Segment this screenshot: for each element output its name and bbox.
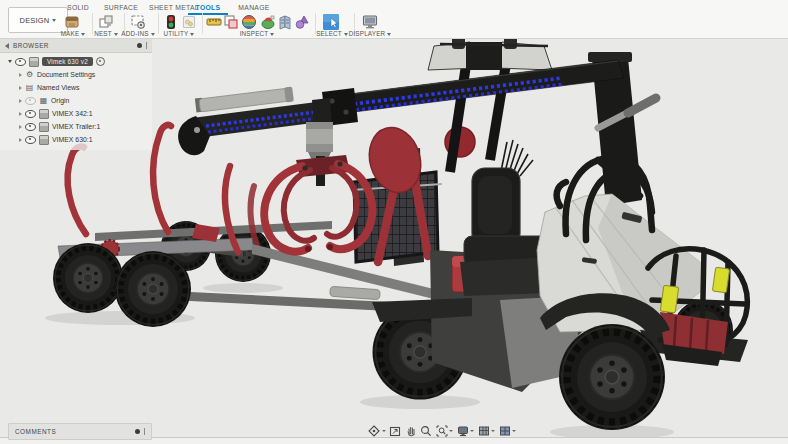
tree-item-vimex-630[interactable]: VIMEX 630:1	[0, 133, 152, 146]
grid-and-snaps-icon[interactable]	[478, 425, 496, 437]
tab-manage[interactable]: MANAGE	[230, 2, 278, 13]
activate-component-icon[interactable]	[96, 57, 105, 66]
panel-grip-icon[interactable]	[146, 42, 148, 49]
comments-panel[interactable]: COMMENTS	[8, 423, 152, 440]
comments-label: COMMENTS	[15, 428, 56, 435]
expand-caret-icon[interactable]	[19, 99, 22, 103]
collapse-panel-icon[interactable]	[5, 43, 9, 49]
crane-mast[interactable]	[428, 34, 552, 172]
pan-icon[interactable]	[405, 425, 417, 437]
group-add-ins[interactable]: ADD-INS	[118, 30, 158, 38]
dropdown-caret-icon	[52, 19, 56, 22]
validate-icon[interactable]	[294, 14, 310, 30]
browser-header[interactable]: BROWSER	[0, 39, 152, 53]
dropdown-caret-icon	[470, 430, 474, 432]
trailer-wheel-near-2[interactable]	[115, 251, 191, 327]
origin-icon: ▦	[39, 97, 48, 105]
group-inspect[interactable]: INSPECT	[228, 30, 286, 38]
expand-caret-icon[interactable]	[19, 86, 22, 90]
dropdown-caret-icon	[382, 430, 386, 432]
display-settings-icon[interactable]	[457, 425, 475, 437]
headlight-right[interactable]	[712, 267, 729, 293]
dropdown-caret-icon	[190, 33, 194, 36]
named-views-icon: ▤	[25, 84, 34, 92]
group-displayer[interactable]: DISPLAYER	[344, 30, 396, 38]
tree-root-row[interactable]: Vimek 630 v2	[0, 55, 152, 68]
component-color-icon[interactable]	[278, 14, 294, 30]
tab-solid[interactable]: SOLID	[58, 2, 98, 13]
nest-icon[interactable]	[98, 14, 114, 30]
dropdown-caret-icon	[512, 430, 516, 432]
select-icon[interactable]	[322, 13, 340, 31]
tree-item-document-settings[interactable]: ⚙ Document Settings	[0, 68, 152, 81]
interference-icon[interactable]	[223, 14, 239, 30]
expand-caret-icon[interactable]	[19, 138, 22, 142]
visibility-eye-icon[interactable]	[25, 110, 36, 118]
dropdown-caret-icon	[151, 33, 155, 36]
expand-caret-icon[interactable]	[8, 60, 12, 63]
utility-secondary-icon[interactable]	[181, 14, 197, 30]
tree-item-origin[interactable]: ▦ Origin	[0, 94, 152, 107]
expand-caret-icon[interactable]	[19, 73, 22, 77]
expand-caret-icon[interactable]	[19, 125, 22, 129]
gear-icon: ⚙	[25, 71, 34, 79]
orbit-icon[interactable]	[368, 425, 386, 437]
look-at-icon[interactable]	[389, 425, 401, 437]
dropdown-caret-icon	[387, 33, 391, 36]
root-component-name[interactable]: Vimek 630 v2	[42, 57, 93, 66]
utility-traffic-light-icon[interactable]	[163, 14, 179, 30]
visibility-eye-icon[interactable]	[25, 136, 36, 144]
component-icon	[29, 57, 39, 67]
crane-base-section[interactable]	[352, 34, 552, 266]
visibility-eye-icon[interactable]	[25, 97, 36, 105]
tree-item-vimex-trailer[interactable]: VIMEX Trailer:1	[0, 120, 152, 133]
workspace-label: DESIGN	[20, 16, 50, 25]
component-icon	[39, 109, 49, 119]
displayer-monitor-icon[interactable]	[362, 14, 378, 30]
trailer-wheel-near-1[interactable]	[53, 243, 123, 313]
tractor-front-wheel[interactable]	[559, 324, 665, 430]
dropdown-caret-icon	[449, 430, 453, 432]
zoom-icon[interactable]	[420, 425, 432, 437]
make-3d-print-icon[interactable]	[64, 14, 80, 30]
view-navigation-bar	[368, 423, 516, 439]
group-make[interactable]: MAKE	[54, 30, 92, 38]
add-ins-icon[interactable]	[130, 14, 146, 30]
dropdown-caret-icon	[270, 33, 274, 36]
tree-item-named-views[interactable]: ▤ Named Views	[0, 81, 152, 94]
visibility-eye-icon[interactable]	[25, 123, 36, 131]
panel-dot-icon[interactable]	[137, 43, 142, 48]
top-toolbar: DESIGN SOLID SURFACE SHEET METAL TOOLS M…	[0, 0, 788, 39]
browser-title: BROWSER	[13, 42, 49, 49]
dropdown-caret-icon	[81, 33, 85, 36]
comments-dot-icon[interactable]	[135, 429, 140, 434]
group-utility[interactable]: UTILITY	[158, 30, 200, 38]
headlight-left[interactable]	[660, 285, 678, 313]
visibility-eye-icon[interactable]	[15, 58, 26, 66]
expand-caret-icon[interactable]	[19, 112, 22, 116]
curvature-analysis-icon[interactable]	[260, 14, 276, 30]
steering-cylinder[interactable]	[330, 286, 381, 299]
comments-grip-icon	[144, 428, 146, 435]
component-icon	[39, 122, 49, 132]
fit-icon[interactable]	[436, 425, 454, 437]
component-icon	[39, 135, 49, 145]
dropdown-caret-icon	[491, 430, 495, 432]
tree-item-vimex-342[interactable]: VIMEX 342:1	[0, 107, 152, 120]
section-analysis-icon[interactable]	[241, 14, 257, 30]
tab-surface[interactable]: SURFACE	[98, 2, 144, 13]
measure-icon[interactable]	[206, 14, 222, 30]
viewports-icon[interactable]	[499, 425, 517, 437]
browser-panel: BROWSER Vimek 630 v2 ⚙ Document Settings…	[0, 39, 152, 150]
